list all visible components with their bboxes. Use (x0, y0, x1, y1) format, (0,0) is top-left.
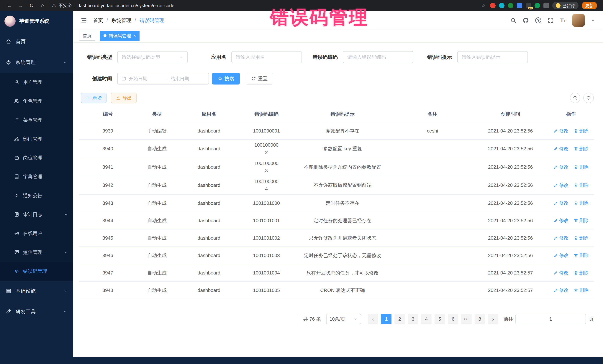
sidebar-item-dict[interactable]: 字典管理 (0, 167, 73, 186)
delete-link[interactable]: 删除 (574, 287, 589, 294)
menu-label: 通知公告 (23, 192, 42, 199)
page-button[interactable]: 8 (475, 314, 485, 324)
sidebar-item-tools[interactable]: 研发工具 (0, 301, 73, 322)
sidebar-item-post[interactable]: 岗位管理 (0, 148, 73, 167)
goto-page-input[interactable] (515, 314, 586, 324)
delete-link[interactable]: 删除 (574, 269, 589, 276)
sidebar-item-dept[interactable]: 部门管理 (0, 129, 73, 148)
page-button[interactable]: 3 (408, 314, 418, 324)
extensions-puzzle-icon[interactable] (544, 3, 549, 8)
edit-link[interactable]: 修改 (554, 252, 568, 259)
sidebar-item-auditlog[interactable]: 审计日志 (0, 205, 73, 224)
app-logo[interactable]: 芋道管理系统 (0, 11, 73, 31)
delete-link[interactable]: 删除 (574, 127, 589, 134)
chevron-down-icon[interactable] (591, 19, 595, 22)
reset-button[interactable]: 重置 (246, 73, 273, 85)
edit-icon (554, 236, 558, 240)
cell-app: dashboard (177, 199, 241, 207)
page-more-button[interactable]: ••• (461, 314, 472, 324)
edit-link[interactable]: 修改 (554, 287, 568, 294)
search-button[interactable]: 搜索 (212, 73, 240, 85)
sidebar-item-menu[interactable]: 菜单管理 (0, 110, 73, 129)
breadcrumb-item[interactable]: 首页 (93, 17, 103, 24)
sidebar-item-user[interactable]: 用户管理 (0, 73, 73, 92)
page-button[interactable]: 6 (448, 314, 458, 324)
recording-indicator-icon[interactable] (490, 3, 496, 8)
edit-link[interactable]: 修改 (554, 145, 568, 152)
back-icon[interactable]: ← (4, 3, 14, 9)
tag-close-icon[interactable]: × (133, 33, 136, 38)
delete-link[interactable]: 删除 (574, 145, 589, 152)
delete-link[interactable]: 删除 (574, 182, 589, 189)
sidebar-item-notice[interactable]: 通知公告 (0, 186, 73, 205)
tag-home[interactable]: 首页 (79, 31, 95, 41)
refresh-table-button[interactable] (583, 93, 594, 103)
user-avatar[interactable] (572, 14, 585, 27)
cell-id: 3947 (79, 269, 137, 276)
breadcrumb-item[interactable]: 系统管理 (111, 17, 131, 24)
column-header: 操作 (548, 110, 594, 118)
forward-icon[interactable]: → (16, 3, 25, 9)
github-icon[interactable] (523, 17, 529, 23)
page-button[interactable]: 5 (435, 314, 445, 324)
sidebar-item-infra[interactable]: 基础设施 (0, 281, 73, 301)
next-page-button[interactable]: › (488, 314, 498, 324)
delete-link[interactable]: 删除 (574, 234, 589, 242)
address-bar[interactable]: ⚠ 不安全 dashboard.yudao.iocoder.cn/system/… (49, 3, 488, 9)
menu-list-icon (14, 117, 19, 122)
sidebar-item-system[interactable]: 系统管理 (0, 52, 73, 73)
error-type-select[interactable]: 请选择错误码类型 (117, 51, 188, 63)
delete-link[interactable]: 删除 (574, 217, 589, 224)
edit-icon (554, 201, 558, 205)
delete-link[interactable]: 删除 (574, 252, 589, 259)
font-size-icon[interactable]: TT (560, 18, 566, 23)
show-search-button[interactable] (570, 93, 580, 103)
edit-link[interactable]: 修改 (554, 199, 568, 207)
sidebar-item-home[interactable]: 首页 (0, 31, 73, 52)
error-hint-input[interactable] (457, 51, 528, 63)
cell-hint: 只允许修改为开启或者关闭状态 (292, 234, 393, 242)
extension-icon[interactable] (508, 3, 513, 8)
export-button[interactable]: 导出 (111, 93, 137, 103)
error-code-input[interactable] (343, 51, 413, 63)
delete-link[interactable]: 删除 (574, 164, 589, 171)
prev-page-button[interactable]: ‹ (368, 314, 378, 324)
hamburger-icon[interactable] (81, 17, 87, 24)
tag-errorcode[interactable]: 错误码管理 × (100, 31, 139, 41)
sidebar-item-sms[interactable]: 短信管理 (0, 243, 73, 262)
menu-label: 字典管理 (23, 174, 42, 180)
page-button[interactable]: 1 (381, 314, 392, 324)
profile-paused-badge[interactable]: 已暂停 (552, 2, 579, 9)
add-button[interactable]: 新增 (81, 93, 106, 103)
bookmark-star-icon[interactable]: ☆ (481, 3, 486, 9)
browser-home-icon[interactable]: ⌂ (38, 3, 47, 9)
edit-link[interactable]: 修改 (554, 269, 568, 276)
extension-icon[interactable] (517, 3, 522, 8)
extension-icon[interactable] (499, 3, 504, 8)
delete-link[interactable]: 删除 (574, 199, 589, 207)
page-size-select[interactable]: 10条/页 (326, 314, 361, 324)
edit-link[interactable]: 修改 (554, 217, 568, 224)
edit-link[interactable]: 修改 (554, 127, 568, 134)
menu-label: 短信管理 (23, 249, 42, 255)
edit-link[interactable]: 修改 (554, 164, 568, 171)
extension-icon[interactable] (534, 3, 540, 8)
sidebar-item-online[interactable]: 在线用户 (0, 224, 73, 243)
page-button[interactable]: 4 (421, 314, 431, 324)
app-name-input[interactable] (231, 51, 302, 63)
page-button[interactable]: 2 (394, 314, 405, 324)
extension-icon[interactable]: on (526, 3, 531, 8)
reload-icon[interactable]: ↻ (27, 3, 36, 9)
sidebar-item-errorcode[interactable]: 错误码管理 (0, 262, 73, 281)
code-icon (14, 269, 19, 274)
edit-link[interactable]: 修改 (554, 234, 568, 242)
cell-time: 2021-04-20 23:52:57 (472, 287, 548, 294)
search-icon[interactable] (510, 17, 516, 23)
sidebar-item-role[interactable]: 角色管理 (0, 92, 73, 110)
cell-hint: 不能删除类型为系统内置的参数配置 (292, 163, 393, 171)
chrome-update-button[interactable]: 更新 (582, 2, 597, 9)
edit-link[interactable]: 修改 (554, 182, 568, 189)
help-icon[interactable]: ? (535, 17, 541, 23)
create-time-range-picker[interactable]: 开始日期 - 结束日期 (117, 73, 209, 85)
fullscreen-icon[interactable] (547, 17, 554, 23)
